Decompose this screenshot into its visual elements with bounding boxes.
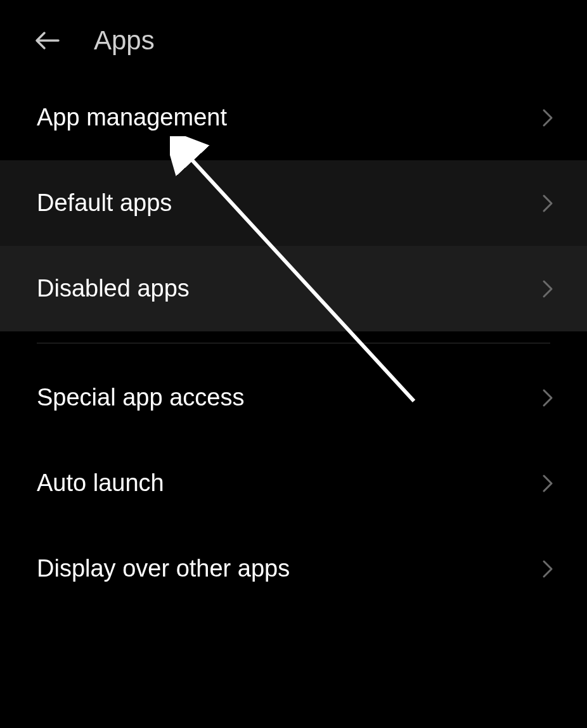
chevron-right-icon	[540, 110, 555, 125]
settings-list: App management Default apps Disabled app…	[0, 75, 587, 611]
chevron-right-icon	[540, 561, 555, 577]
page-title: Apps	[94, 25, 155, 56]
settings-item-display-over-other-apps[interactable]: Display over other apps	[0, 526, 587, 611]
item-label: Display over other apps	[37, 555, 290, 582]
chevron-right-icon	[540, 390, 555, 406]
settings-item-special-app-access[interactable]: Special app access	[0, 355, 587, 440]
settings-item-auto-launch[interactable]: Auto launch	[0, 440, 587, 526]
back-button[interactable]	[32, 25, 62, 56]
settings-item-app-management[interactable]: App management	[0, 75, 587, 160]
settings-item-disabled-apps[interactable]: Disabled apps	[0, 246, 587, 331]
item-label: Special app access	[37, 384, 244, 411]
item-label: App management	[37, 104, 227, 131]
item-label: Disabled apps	[37, 275, 190, 302]
item-label: Auto launch	[37, 469, 164, 497]
header: Apps	[0, 0, 587, 75]
divider	[37, 343, 550, 343]
arrow-left-icon	[33, 27, 61, 54]
chevron-right-icon	[540, 281, 555, 297]
chevron-right-icon	[540, 476, 555, 491]
chevron-right-icon	[540, 196, 555, 211]
settings-item-default-apps[interactable]: Default apps	[0, 160, 587, 246]
item-label: Default apps	[37, 189, 172, 217]
